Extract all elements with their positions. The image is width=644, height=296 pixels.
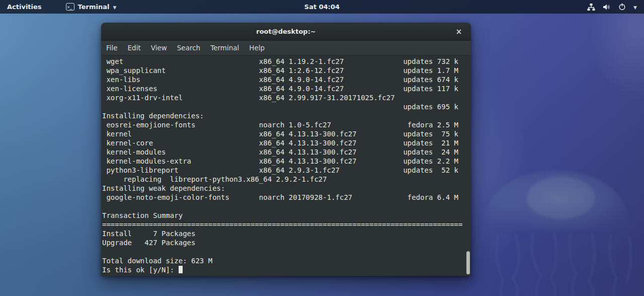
chevron-down-icon: ▼ — [113, 5, 116, 10]
window-title: root@desktop:~ — [101, 28, 471, 35]
activities-button[interactable]: Activities — [0, 0, 49, 14]
menu-help[interactable]: Help — [244, 41, 270, 54]
terminal-app-icon: >_ — [66, 3, 74, 11]
scrollbar-thumb[interactable] — [466, 251, 470, 274]
terminal-cursor — [179, 266, 183, 273]
volume-icon — [603, 4, 611, 11]
chevron-down-icon: ▼ — [633, 5, 637, 10]
terminal-window: root@desktop:~ × File Edit View Search T… — [101, 23, 471, 276]
app-menu-terminal[interactable]: >_ Terminal ▼ — [61, 0, 122, 14]
power-icon — [618, 3, 626, 11]
menu-file[interactable]: File — [101, 41, 123, 54]
close-icon[interactable]: × — [452, 25, 466, 39]
terminal-menubar: File Edit View Search Terminal Help — [101, 41, 471, 55]
clock-label[interactable]: Sat 04:04 — [304, 3, 340, 11]
terminal-screen[interactable]: wget x86_64 1.19.2-1.fc27 updates 732 k … — [101, 55, 471, 276]
menu-view[interactable]: View — [146, 41, 172, 54]
menu-edit[interactable]: Edit — [123, 41, 146, 54]
app-menu-label: Terminal — [78, 3, 110, 11]
network-wired-icon — [587, 4, 595, 11]
window-titlebar[interactable]: root@desktop:~ × — [101, 23, 471, 41]
gnome-top-bar: Activities >_ Terminal ▼ Sat 04:04 ▼ — [0, 0, 644, 14]
system-status-area[interactable]: ▼ — [587, 3, 644, 11]
terminal-output: wget x86_64 1.19.2-1.fc27 updates 732 k … — [102, 57, 471, 274]
jellyfish-wallpaper-art — [468, 145, 644, 296]
menu-terminal[interactable]: Terminal — [205, 41, 244, 54]
menu-search[interactable]: Search — [172, 41, 205, 54]
